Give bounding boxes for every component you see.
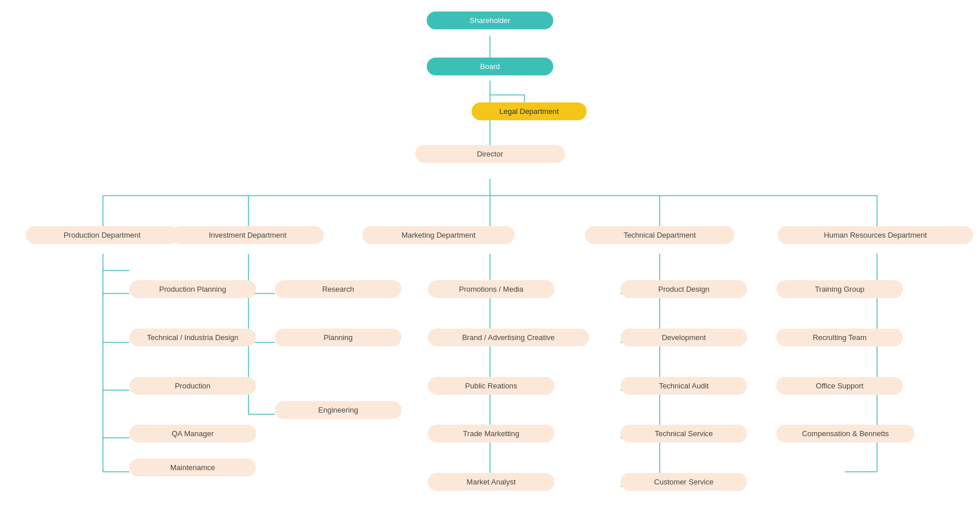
board-node: Board xyxy=(427,58,553,75)
tech-audit-node: Technical Audit xyxy=(621,377,747,395)
brand-adv-node: Brand / Advertising Creative xyxy=(428,329,589,346)
prod-dept-node: Production Department xyxy=(26,226,178,244)
customer-service-node: Customer Service xyxy=(621,473,747,491)
public-relations-node: Public Reations xyxy=(428,377,554,395)
office-support-node: Office Support xyxy=(776,377,903,395)
production-node: Production xyxy=(129,377,256,395)
maintenance-node: Maintenamce xyxy=(129,459,256,476)
shareholder-node: Shareholder xyxy=(427,12,553,29)
director-node: Director xyxy=(415,145,565,163)
training-group-node: Training Group xyxy=(776,280,903,298)
invest-dept-node: Investment Department xyxy=(171,226,324,244)
engineering-node: Engineering xyxy=(275,401,401,419)
qa-manager-node: QA Manager xyxy=(129,425,256,442)
research-node: Research xyxy=(275,280,401,298)
legal-node: Legal Department xyxy=(472,102,587,120)
recruiting-team-node: Recrulting Team xyxy=(776,329,903,346)
promotions-media-node: Promotions / Media xyxy=(428,280,554,298)
market-analyst-node: Market Analyst xyxy=(428,473,554,491)
hr-dept-node: Human Resources Department xyxy=(778,226,973,244)
product-design-node: Product Design xyxy=(621,280,747,298)
prod-planning-node: Production Planning xyxy=(129,280,256,298)
tech-service-node: Technical Service xyxy=(621,425,747,442)
org-chart: Shareholder Board Legal Department Direc… xyxy=(0,0,980,519)
planning-node: Planning xyxy=(275,329,401,346)
mkt-dept-node: Marketing Department xyxy=(362,226,515,244)
tech-dept-node: Technical Department xyxy=(585,226,734,244)
trade-marketing-node: Trade Marketting xyxy=(428,425,554,442)
development-node: Development xyxy=(621,329,747,346)
compensation-node: Compensation & Bennetts xyxy=(776,425,914,442)
tech-ind-design-node: Technical / Industria Design xyxy=(129,329,256,346)
